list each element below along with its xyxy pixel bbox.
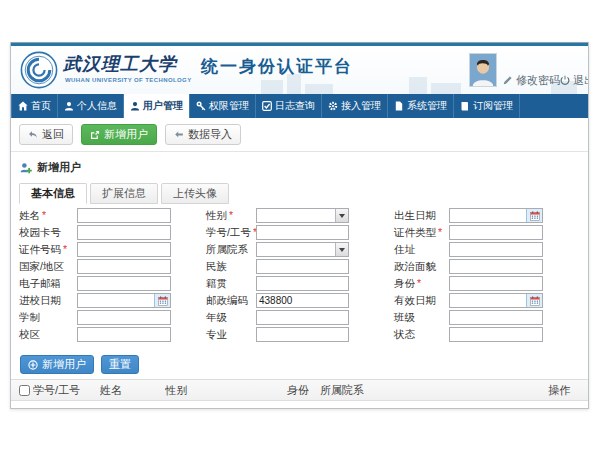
tab-label: 扩展信息 bbox=[102, 187, 146, 199]
nav-tab-label: 个人信息 bbox=[77, 99, 117, 113]
campus-card-no-input[interactable] bbox=[77, 225, 171, 240]
app-window: 武汉理工大学 WUHAN UNIVERSITY OF TECHNOLOGY 统一… bbox=[10, 42, 589, 409]
department-select-value bbox=[257, 243, 335, 256]
tab-basic-info[interactable]: 基本信息 bbox=[19, 183, 87, 204]
entry-date-field-group: 进校日期 bbox=[19, 293, 171, 308]
identity-field-group: 身份* bbox=[394, 276, 543, 291]
page: 武汉理工大学 WUHAN UNIVERSITY OF TECHNOLOGY 统一… bbox=[0, 0, 600, 450]
campus-card-no-label-text: 校园卡号 bbox=[19, 226, 61, 238]
address-input[interactable] bbox=[449, 242, 543, 257]
nav-tab-user-mgmt[interactable]: 用户管理 bbox=[124, 94, 190, 118]
cityscape-watermark bbox=[409, 77, 427, 94]
tab-upload-avatar[interactable]: 上传头像 bbox=[161, 183, 229, 204]
nav-tab-system-mgmt[interactable]: 系统管理 bbox=[388, 94, 454, 118]
column-header-2: 姓名 bbox=[100, 383, 166, 398]
export-icon bbox=[90, 130, 100, 140]
add-user-submit-button[interactable]: 新增用户 bbox=[20, 355, 94, 374]
form-row: 进校日期邮政编码有效日期 bbox=[19, 292, 588, 309]
section-header: 新增用户 bbox=[20, 160, 588, 175]
id-number-label: 证件号码* bbox=[19, 243, 77, 257]
tab-extended-info[interactable]: 扩展信息 bbox=[90, 183, 158, 204]
column-header-1: 学号/工号 bbox=[33, 383, 100, 398]
department-label-text: 所属院系 bbox=[206, 243, 248, 255]
id-type-input[interactable] bbox=[449, 225, 543, 240]
nav-tab-profile[interactable]: 个人信息 bbox=[58, 94, 124, 118]
campus-card-no-label: 校园卡号 bbox=[19, 226, 77, 240]
change-password-label: 修改密码 bbox=[516, 73, 560, 88]
student-staff-id-field-group: 学号/工号* bbox=[206, 225, 349, 240]
political-status-input[interactable] bbox=[449, 259, 543, 274]
university-name-cn: 武汉理工大学 bbox=[63, 52, 177, 76]
platform-title: 统一身份认证平台 bbox=[201, 55, 353, 78]
status-input[interactable] bbox=[449, 327, 543, 342]
dropdown-arrow-button[interactable] bbox=[335, 243, 348, 256]
birth-date-field bbox=[449, 208, 543, 223]
major-input[interactable] bbox=[256, 327, 349, 342]
gender-select[interactable] bbox=[256, 208, 349, 223]
valid-date-calendar-button[interactable] bbox=[526, 294, 542, 307]
dropdown-arrow-button[interactable] bbox=[335, 209, 348, 222]
id-type-label: 证件类型* bbox=[394, 226, 449, 240]
change-password-link[interactable]: 修改密码 bbox=[503, 73, 560, 88]
native-place-input[interactable] bbox=[256, 276, 349, 291]
grade-input[interactable] bbox=[256, 310, 349, 325]
class-input[interactable] bbox=[449, 310, 543, 325]
nav-tab-label: 订阅管理 bbox=[473, 99, 513, 113]
email-input[interactable] bbox=[77, 276, 171, 291]
class-label-text: 班级 bbox=[394, 311, 415, 323]
section-title: 新增用户 bbox=[37, 160, 81, 175]
ethnicity-input[interactable] bbox=[256, 259, 349, 274]
country-region-input[interactable] bbox=[77, 259, 171, 274]
birth-date-label: 出生日期 bbox=[394, 209, 449, 223]
reset-button-label: 重置 bbox=[109, 357, 131, 372]
logout-link[interactable]: 退出 bbox=[560, 73, 588, 88]
chevron-down-icon bbox=[339, 248, 345, 252]
cityscape-watermark bbox=[431, 83, 461, 94]
entry-date-label-text: 进校日期 bbox=[19, 294, 61, 306]
address-label: 住址 bbox=[394, 243, 449, 257]
postal-code-input[interactable] bbox=[256, 293, 349, 308]
name-input[interactable] bbox=[77, 208, 171, 223]
postal-code-label: 邮政编码 bbox=[206, 294, 256, 308]
birth-date-input[interactable] bbox=[450, 209, 526, 222]
student-staff-id-input[interactable] bbox=[256, 225, 349, 240]
nav-tab-home[interactable]: 首页 bbox=[11, 94, 58, 118]
nav-tab-label: 接入管理 bbox=[341, 99, 381, 113]
column-header-4: 身份 bbox=[287, 383, 320, 398]
power-icon bbox=[560, 75, 570, 87]
campus-input[interactable] bbox=[77, 327, 171, 342]
entry-date-field bbox=[77, 293, 171, 308]
select-all-checkbox[interactable] bbox=[19, 385, 30, 396]
id-number-input[interactable] bbox=[77, 242, 171, 257]
back-button[interactable]: 返回 bbox=[19, 124, 73, 145]
identity-input[interactable] bbox=[449, 276, 543, 291]
birth-date-calendar-button[interactable] bbox=[526, 209, 542, 222]
political-status-field-group: 政治面貌 bbox=[394, 259, 543, 274]
email-field-group: 电子邮箱 bbox=[19, 276, 171, 291]
add-user-submit-label: 新增用户 bbox=[42, 357, 86, 372]
form-tabs: 基本信息扩展信息上传头像 bbox=[19, 183, 588, 204]
nav-tab-subscription-mgmt[interactable]: 订阅管理 bbox=[454, 94, 520, 118]
valid-date-label-text: 有效日期 bbox=[394, 294, 436, 306]
data-import-label: 数据导入 bbox=[188, 127, 232, 142]
ethnicity-label-text: 民族 bbox=[206, 260, 227, 272]
add-user-toolbar-button[interactable]: 新增用户 bbox=[81, 124, 157, 145]
nav-tab-log-query[interactable]: 日志查询 bbox=[256, 94, 322, 118]
valid-date-input[interactable] bbox=[450, 294, 526, 307]
native-place-label: 籍贯 bbox=[206, 277, 256, 291]
nav-tab-permission-mgmt[interactable]: 权限管理 bbox=[190, 94, 256, 118]
education-length-input[interactable] bbox=[77, 310, 171, 325]
grade-field-group: 年级 bbox=[206, 310, 349, 325]
department-field-group: 所属院系 bbox=[206, 242, 349, 257]
entry-date-input[interactable] bbox=[78, 294, 154, 307]
user-photo-avatar bbox=[469, 53, 497, 87]
reset-button[interactable]: 重置 bbox=[101, 355, 139, 374]
entry-date-calendar-button[interactable] bbox=[154, 294, 170, 307]
department-select[interactable] bbox=[256, 242, 349, 257]
email-label: 电子邮箱 bbox=[19, 277, 77, 291]
data-import-button[interactable]: 数据导入 bbox=[165, 124, 241, 145]
nav-tab-access-mgmt[interactable]: 接入管理 bbox=[322, 94, 388, 118]
user-form: 姓名*性别*出生日期校园卡号学号/工号*证件类型*证件号码*所属院系住址国家/地… bbox=[19, 207, 588, 343]
form-row: 姓名*性别*出生日期 bbox=[19, 207, 588, 224]
country-region-field-group: 国家/地区 bbox=[19, 259, 171, 274]
